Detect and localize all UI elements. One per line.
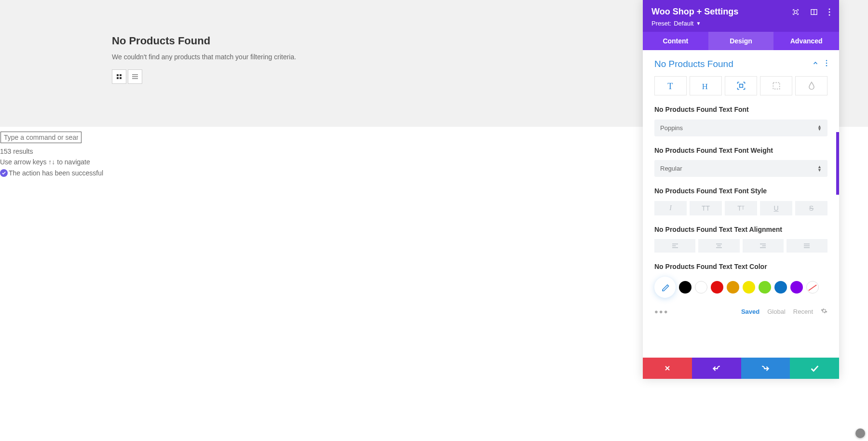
section-title[interactable]: No Products Found (654, 59, 733, 69)
select-caret-icon: ▲▼ (817, 165, 822, 172)
border-tab[interactable] (760, 76, 792, 95)
collapse-icon[interactable] (812, 60, 819, 68)
svg-point-8 (826, 65, 827, 67)
svg-point-5 (829, 14, 830, 15)
grid-view-button[interactable] (112, 69, 126, 84)
chevron-down-icon: ▼ (696, 21, 701, 26)
preset-label: Preset: (651, 20, 671, 27)
tab-design[interactable]: Design (708, 32, 774, 50)
font-field-label: No Products Found Text Font (654, 105, 827, 115)
expand-icon[interactable] (792, 8, 800, 16)
panel-body[interactable]: No Products Found T H No Products Found … (643, 50, 839, 178)
weight-select[interactable]: Regular ▲▼ (654, 160, 827, 177)
spacing-tab[interactable] (725, 76, 757, 95)
typography-heading-tab[interactable]: H (690, 76, 722, 95)
preset-value: Default (674, 20, 693, 27)
background-tab[interactable] (795, 76, 827, 95)
panel-header: Woo Shop + Settings Preset: Default ▼ (643, 0, 839, 32)
select-caret-icon: ▲▼ (817, 125, 822, 131)
command-input[interactable] (0, 132, 81, 143)
list-view-button[interactable] (128, 69, 142, 84)
svg-point-7 (826, 63, 827, 64)
weight-field-label: No Products Found Text Font Weight (654, 146, 827, 156)
check-circle-icon (0, 169, 8, 177)
svg-rect-0 (794, 11, 797, 13)
font-select[interactable]: Poppins ▲▼ (654, 120, 827, 136)
scrollbar-thumb[interactable] (836, 132, 839, 178)
tabs: Content Design Advanced (643, 32, 839, 50)
font-select-value: Poppins (660, 124, 683, 132)
svg-text:H: H (702, 82, 707, 91)
svg-point-3 (829, 8, 830, 10)
grid-icon (117, 74, 122, 79)
svg-rect-12 (773, 82, 779, 89)
preset-dropdown[interactable]: Preset: Default ▼ (651, 20, 830, 27)
success-message: The action has been successful (9, 168, 103, 178)
svg-point-4 (829, 11, 830, 13)
svg-point-6 (826, 60, 827, 61)
svg-text:T: T (667, 81, 673, 91)
layout-icon[interactable] (810, 8, 818, 16)
more-vert-icon[interactable] (828, 8, 830, 16)
list-icon (132, 74, 138, 79)
typography-text-tab[interactable]: T (654, 76, 687, 95)
svg-rect-11 (739, 84, 743, 88)
settings-panel: Woo Shop + Settings Preset: Default ▼ Co… (643, 0, 839, 178)
tab-content[interactable]: Content (643, 32, 708, 50)
section-more-icon[interactable] (826, 60, 827, 68)
panel-title: Woo Shop + Settings (651, 7, 738, 17)
tab-advanced[interactable]: Advanced (773, 32, 839, 50)
weight-select-value: Regular (660, 165, 682, 172)
